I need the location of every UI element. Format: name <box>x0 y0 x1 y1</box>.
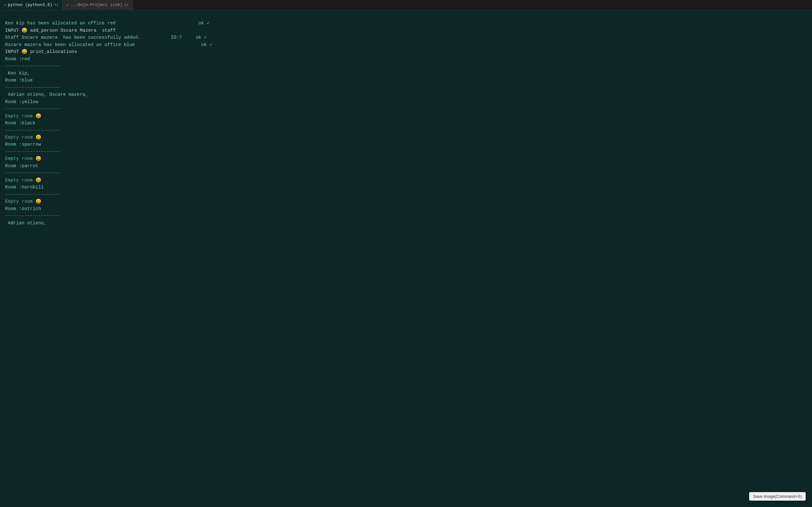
terminal-line: Adrian otieno, <box>5 220 807 227</box>
tab-python[interactable]: ✕ python (python3.6) ⌘1 <box>0 0 62 10</box>
terminal-line: Room :hornbill <box>5 184 807 191</box>
terminal-line: INPUT 😀 print_allocations <box>5 48 807 55</box>
tab-dojo[interactable]: ✕ ..-Dojo-Project (zsh) ⌘2 <box>62 0 133 10</box>
save-image-tooltip: Save image(Command+S) <box>749 492 806 501</box>
tab-bar: ✕ python (python3.6) ⌘1 ✕ ..-Dojo-Projec… <box>0 0 812 10</box>
tab-dojo-close-icon[interactable]: ✕ <box>66 3 68 7</box>
tab-dojo-label: ..-Dojo-Project (zsh) <box>70 3 122 7</box>
terminal-line: Empty room 😀 <box>5 134 807 141</box>
terminal-line: -------------------- <box>5 127 807 134</box>
terminal-line: -------------------- <box>5 148 807 155</box>
terminal-output: Ken kip has been allocated an office red… <box>0 10 812 229</box>
terminal-line: Room :red <box>5 56 807 62</box>
terminal-line: Empty room 😀 <box>5 113 807 120</box>
terminal-line: Ken kip, <box>5 70 807 77</box>
terminal-line: Room :blue <box>5 77 807 84</box>
terminal-line: Empty room 😀 <box>5 198 807 205</box>
terminal-line: Room :sparrow <box>5 141 807 148</box>
terminal-line: Empty room 😀 <box>5 177 807 184</box>
tab-python-close-icon[interactable]: ✕ <box>4 3 6 7</box>
terminal-line: -------------------- <box>5 62 807 69</box>
tab-python-shortcut: ⌘1 <box>54 3 58 7</box>
terminal-line: Oscare mazera has been allocated an offi… <box>5 41 807 48</box>
tab-dojo-shortcut: ⌘2 <box>124 3 128 7</box>
terminal-line: -------------------- <box>5 84 807 91</box>
terminal-line: Staff Oscare mazera has been successfull… <box>5 34 807 41</box>
tab-python-label: python (python3.6) <box>8 3 52 7</box>
terminal-line: -------------------- <box>5 105 807 112</box>
terminal-line: INPUT 😀 add_person Oscare Mazera staff <box>5 27 807 34</box>
terminal-line: Room :ostrich <box>5 205 807 212</box>
terminal-line: -------------------- <box>5 169 807 176</box>
terminal-line: Room :parrot <box>5 162 807 169</box>
terminal-line: Ken kip has been allocated an office red… <box>5 20 807 26</box>
terminal-line: Room :black <box>5 120 807 127</box>
terminal-line: Room :yellow <box>5 98 807 105</box>
terminal-line: Empty room 😀 <box>5 155 807 162</box>
terminal-line: -------------------- <box>5 212 807 219</box>
terminal-line: -------------------- <box>5 191 807 198</box>
terminal-line: Adrian otieno, Oscare mazera, <box>5 91 807 98</box>
